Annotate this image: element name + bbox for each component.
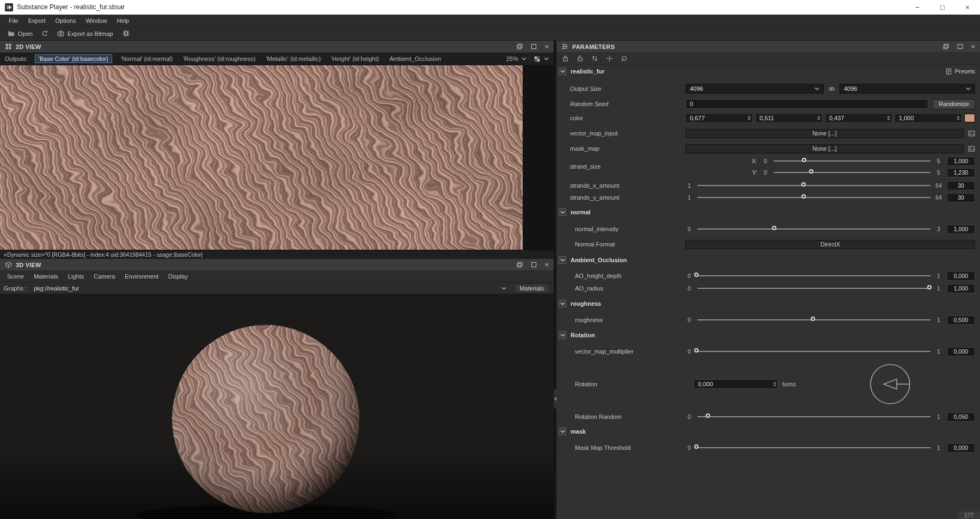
refresh-button[interactable] — [39, 29, 51, 38]
collapse-icon[interactable] — [559, 300, 566, 307]
close-panel-button[interactable]: × — [544, 261, 549, 268]
spinner-icon[interactable] — [773, 382, 776, 386]
slider-handle[interactable] — [811, 317, 815, 321]
slider-value[interactable]: 0,000 — [947, 347, 975, 356]
viewport-3d[interactable] — [0, 294, 554, 519]
random-seed-input[interactable]: 0 — [685, 99, 928, 109]
output-tab-normal[interactable]: 'Normal' (id:normal) — [119, 54, 174, 63]
menu3d-display[interactable]: Display — [168, 273, 188, 280]
mask-map-threshold-slider[interactable] — [697, 447, 930, 448]
lock-icon[interactable] — [562, 55, 569, 62]
float-panel-button[interactable] — [516, 261, 523, 268]
menu3d-camera[interactable]: Camera — [94, 273, 115, 280]
rotation-dial[interactable] — [868, 362, 912, 406]
color-b-field[interactable]: 0,437 — [825, 113, 892, 123]
color-r-field[interactable]: 0,677 — [685, 113, 753, 123]
maximize-panel-button[interactable] — [530, 261, 537, 268]
slider-value[interactable]: 0,050 — [947, 412, 975, 422]
spinner-icon[interactable] — [817, 116, 820, 120]
minimize-button[interactable]: − — [905, 0, 930, 14]
export-bitmap-button[interactable]: Export as Bitmap — [55, 29, 115, 38]
output-tab-metallic[interactable]: 'Metallic' (id:metallic) — [264, 54, 322, 63]
materials-button[interactable]: Materials — [513, 283, 550, 293]
link-icon[interactable] — [828, 85, 835, 92]
slider-handle[interactable] — [802, 158, 806, 162]
randomize-button[interactable]: Randomize — [933, 99, 975, 109]
rotation-random-slider[interactable] — [697, 416, 930, 417]
strand-size-y-slider[interactable] — [774, 172, 930, 173]
slider-handle[interactable] — [706, 413, 710, 418]
output-tab-basecolor[interactable]: 'Base Color' (id:basecolor) — [35, 54, 112, 63]
menu-window[interactable]: Window — [81, 17, 112, 24]
menu-help[interactable]: Help — [112, 17, 134, 24]
reset-icon[interactable] — [621, 55, 628, 62]
rotation-input[interactable]: 0,000 — [694, 379, 778, 389]
maximize-panel-button[interactable] — [957, 43, 964, 50]
float-panel-button[interactable] — [942, 43, 950, 50]
slider-handle[interactable] — [801, 194, 806, 199]
menu3d-environment[interactable]: Environment — [125, 273, 158, 280]
spinner-icon[interactable] — [957, 116, 960, 120]
slider-value[interactable]: 0,000 — [947, 271, 975, 281]
color-g-field[interactable]: 0,511 — [755, 113, 823, 123]
graph-dropdown[interactable]: pkg://realistic_fur — [31, 283, 509, 293]
slider-handle[interactable] — [694, 348, 699, 353]
slider-handle[interactable] — [809, 169, 813, 174]
transfer-icon[interactable] — [591, 55, 598, 62]
collapse-icon[interactable] — [559, 331, 566, 339]
zoom-level[interactable]: 25% — [506, 55, 518, 62]
output-size-height-dropdown[interactable]: 4096 — [840, 84, 975, 94]
spinner-icon[interactable] — [748, 116, 751, 120]
image-icon[interactable] — [968, 145, 975, 152]
close-button[interactable]: × — [955, 0, 980, 14]
slider-handle[interactable] — [694, 444, 699, 449]
menu3d-scene[interactable]: Scene — [7, 273, 24, 280]
collapse-icon[interactable] — [559, 67, 566, 75]
unlock-icon[interactable] — [577, 55, 584, 62]
ao-height-depth-slider[interactable] — [697, 275, 930, 276]
menu-file[interactable]: File — [4, 17, 23, 24]
slider-handle[interactable] — [772, 226, 776, 230]
normal-format-dropdown[interactable]: DirectX — [685, 240, 975, 249]
collapse-icon[interactable] — [559, 256, 566, 264]
maximize-panel-button[interactable] — [530, 43, 537, 50]
move-icon[interactable] — [606, 55, 613, 62]
menu3d-materials[interactable]: Materials — [34, 273, 58, 280]
close-panel-button[interactable]: × — [971, 43, 975, 50]
float-panel-button[interactable] — [516, 43, 523, 50]
menu3d-lights[interactable]: Lights — [68, 273, 84, 280]
vector-map-input-button[interactable]: None [...] — [685, 129, 964, 138]
spinner-icon[interactable] — [887, 116, 890, 120]
ao-radius-slider[interactable] — [697, 288, 930, 289]
normal-intensity-slider[interactable] — [697, 228, 930, 230]
slider-value[interactable]: 1,000 — [947, 284, 975, 293]
slider-handle[interactable] — [927, 285, 932, 289]
slider-value[interactable]: 1,000 — [947, 225, 975, 234]
strands-x-amount-slider[interactable] — [697, 185, 930, 186]
color-swatch[interactable] — [964, 114, 975, 122]
menu-export[interactable]: Export — [23, 17, 51, 24]
slider-value[interactable]: 0,000 — [947, 443, 975, 453]
slider-value[interactable]: 1,000 — [947, 157, 975, 166]
background-checker-icon[interactable] — [534, 55, 541, 63]
collapse-icon[interactable] — [559, 428, 566, 435]
roughness-slider[interactable] — [697, 319, 930, 320]
strands-y-amount-slider[interactable] — [697, 197, 930, 198]
image-icon[interactable] — [968, 130, 975, 137]
vector-map-multiplier-slider[interactable] — [697, 351, 930, 352]
slider-handle[interactable] — [801, 182, 806, 187]
strand-size-x-slider[interactable] — [774, 160, 930, 162]
slider-value[interactable]: 1,230 — [947, 168, 975, 177]
slider-value[interactable]: 30 — [947, 181, 975, 190]
color-a-field[interactable]: 1,000 — [895, 113, 962, 123]
output-size-width-dropdown[interactable]: 4096 — [685, 84, 824, 94]
mask-map-button[interactable]: None [...] — [685, 144, 964, 153]
maximize-button[interactable]: □ — [930, 0, 955, 14]
settings-button[interactable] — [120, 28, 132, 39]
close-panel-button[interactable]: × — [544, 43, 549, 50]
slider-value[interactable]: 0,500 — [947, 316, 975, 325]
output-tab-roughness[interactable]: 'Roughness' (id:roughness) — [181, 54, 257, 63]
slider-value[interactable]: 30 — [947, 193, 975, 202]
slider-handle[interactable] — [694, 273, 699, 277]
texture-2d-view[interactable] — [0, 65, 554, 250]
